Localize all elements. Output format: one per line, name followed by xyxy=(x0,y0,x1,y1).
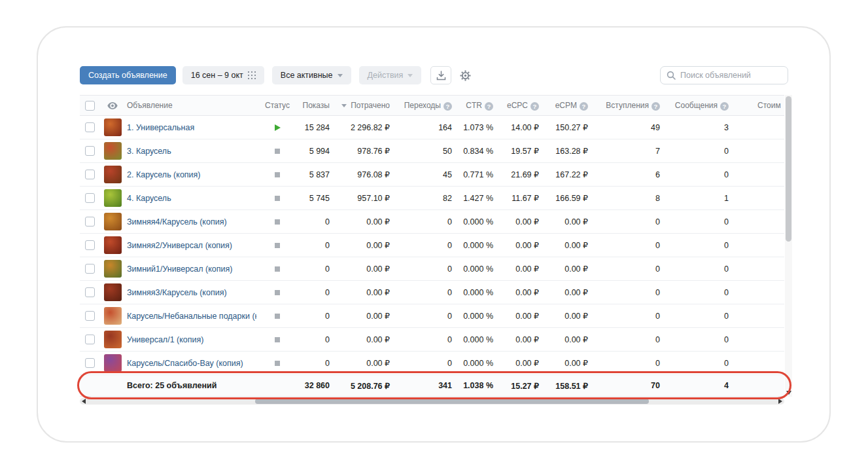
cell-impressions: 0 xyxy=(298,352,335,375)
settings-button[interactable] xyxy=(457,66,474,84)
ad-name-link[interactable]: Зимний1/Универсал (копия) xyxy=(127,264,232,274)
date-range-button[interactable]: 16 сен – 9 окт xyxy=(182,66,264,84)
cell-cost xyxy=(734,328,784,352)
ad-name-link[interactable]: Зимняя2/Универсал (копия) xyxy=(127,241,232,250)
row-checkbox[interactable] xyxy=(85,311,95,321)
header-joins[interactable]: Вступления? xyxy=(593,96,665,116)
help-icon[interactable]: ? xyxy=(485,102,493,111)
cell-clicks: 0 xyxy=(395,234,457,257)
header-ecpc[interactable]: eCPC? xyxy=(498,96,544,116)
cell-joins: 8 xyxy=(593,187,665,210)
cell-clicks: 45 xyxy=(395,163,457,187)
cell-messages: 0 xyxy=(665,210,734,234)
cell-messages: 0 xyxy=(665,328,734,352)
cell-ecpm: 150.27 ₽ xyxy=(544,116,593,139)
row-checkbox[interactable] xyxy=(85,193,95,203)
sort-desc-icon xyxy=(341,104,347,107)
ad-row: Зимняя4/Карусель (копия) 0 0.00 ₽ 0 0.00… xyxy=(80,210,784,234)
horizontal-scrollbar-thumb[interactable] xyxy=(255,399,649,404)
cell-ecpm: 0.00 ₽ xyxy=(544,328,593,352)
header-ecpm[interactable]: eCPM? xyxy=(544,96,593,116)
cell-impressions: 0 xyxy=(298,328,335,352)
ad-row: Зимний1/Универсал (копия) 0 0.00 ₽ 0 0.0… xyxy=(80,257,784,281)
cell-impressions: 0 xyxy=(298,304,335,328)
cell-cost xyxy=(734,187,784,210)
ad-thumbnail[interactable] xyxy=(104,142,122,160)
totals-messages: 4 xyxy=(665,375,734,397)
header-impressions[interactable]: Показы xyxy=(298,96,335,116)
cell-impressions: 0 xyxy=(298,257,335,281)
help-icon[interactable]: ? xyxy=(580,102,588,111)
cell-ecpc: 19.57 ₽ xyxy=(498,139,544,163)
ad-name-link[interactable]: 1. Универсальная xyxy=(127,123,194,132)
ad-thumbnail[interactable] xyxy=(104,213,122,230)
select-all-checkbox[interactable] xyxy=(85,101,95,111)
ad-name-link[interactable]: Карусель/Спасибо-Вау (копия) xyxy=(127,359,243,368)
ad-name-link[interactable]: Зимняя4/Карусель (копия) xyxy=(127,217,227,227)
header-status[interactable]: Статус xyxy=(256,96,298,116)
ad-thumbnail[interactable] xyxy=(104,166,122,183)
actions-dropdown[interactable]: Действия xyxy=(359,66,422,84)
header-ctr[interactable]: CTR? xyxy=(457,96,498,116)
status-icon xyxy=(275,266,280,272)
cell-ctr: 0.000 % xyxy=(457,234,498,257)
cell-cost xyxy=(734,352,784,375)
header-spent[interactable]: Потрачено xyxy=(335,96,395,116)
status-filter-dropdown[interactable]: Все активные xyxy=(272,66,351,84)
header-messages[interactable]: Сообщения? xyxy=(665,96,734,116)
cell-clicks: 0 xyxy=(395,281,457,304)
help-icon[interactable]: ? xyxy=(530,102,539,111)
help-icon[interactable]: ? xyxy=(720,102,729,111)
row-checkbox[interactable] xyxy=(85,146,95,156)
ad-name-link[interactable]: Зимняя3/Карусель (копия) xyxy=(127,288,227,297)
ad-name-link[interactable]: 4. Карусель xyxy=(127,194,171,203)
scroll-down-arrow-icon[interactable] xyxy=(786,391,791,395)
row-checkbox[interactable] xyxy=(85,358,95,368)
ad-row: Карусель/Спасибо-Вау (копия) 0 0.00 ₽ 0 … xyxy=(80,352,784,375)
horizontal-scrollbar[interactable] xyxy=(80,398,784,405)
vertical-scrollbar-thumb[interactable] xyxy=(786,96,791,242)
ad-row: 2. Карусель (копия) 5 837 976.08 ₽ 45 0.… xyxy=(80,163,784,187)
row-checkbox[interactable] xyxy=(85,170,95,179)
ad-thumbnail[interactable] xyxy=(104,118,122,136)
ad-name-link[interactable]: Универсал/1 (копия) xyxy=(127,335,203,344)
row-checkbox[interactable] xyxy=(85,287,95,297)
ad-thumbnail[interactable] xyxy=(104,189,122,207)
status-icon xyxy=(275,290,280,295)
export-button[interactable] xyxy=(430,66,451,84)
ad-name-link[interactable]: 3. Карусель xyxy=(127,147,171,156)
cell-clicks: 0 xyxy=(395,210,457,234)
ad-thumbnail[interactable] xyxy=(104,283,122,301)
ad-name-link[interactable]: 2. Карусель (копия) xyxy=(127,170,201,179)
create-ad-button[interactable]: Создать объявление xyxy=(80,66,176,84)
cell-joins: 0 xyxy=(593,281,665,304)
header-clicks[interactable]: Переходы? xyxy=(395,96,457,116)
help-icon[interactable]: ? xyxy=(651,102,660,111)
header-cost[interactable]: Стоим xyxy=(734,96,784,116)
ad-thumbnail[interactable] xyxy=(104,260,122,278)
actions-label: Действия xyxy=(368,71,404,80)
cell-ecpc: 11.67 ₽ xyxy=(498,187,544,210)
row-checkbox[interactable] xyxy=(85,264,95,274)
cell-ecpc: 0.00 ₽ xyxy=(498,328,544,352)
ad-name-link[interactable]: Карусель/Небанальные подарки (ко... xyxy=(127,312,256,321)
ad-thumbnail[interactable] xyxy=(104,354,122,372)
cell-ecpm: 167.22 ₽ xyxy=(544,163,593,187)
row-checkbox[interactable] xyxy=(85,217,95,227)
ad-thumbnail[interactable] xyxy=(104,236,122,254)
scroll-right-arrow-icon[interactable] xyxy=(778,399,782,404)
row-checkbox[interactable] xyxy=(85,335,95,344)
scroll-left-arrow-icon[interactable] xyxy=(82,399,86,404)
header-ad[interactable]: Объявление xyxy=(126,96,256,116)
search-input[interactable] xyxy=(680,71,782,80)
vertical-scrollbar[interactable] xyxy=(785,95,792,397)
cell-joins: 0 xyxy=(593,210,665,234)
eye-icon[interactable] xyxy=(107,102,118,109)
row-checkbox[interactable] xyxy=(85,240,95,250)
ad-thumbnail[interactable] xyxy=(104,307,122,325)
search-icon xyxy=(667,71,676,80)
ads-table-container: Объявление Статус Показы Потрачено Перех… xyxy=(80,95,784,397)
help-icon[interactable]: ? xyxy=(443,102,452,111)
row-checkbox[interactable] xyxy=(85,122,95,132)
ad-thumbnail[interactable] xyxy=(104,331,122,348)
